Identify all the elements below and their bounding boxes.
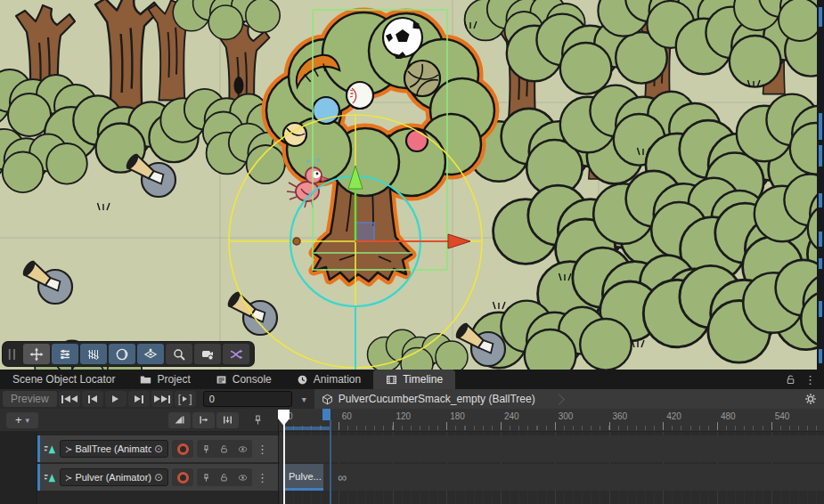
- animator-icon: ≻: [65, 444, 72, 454]
- baseball: [347, 82, 373, 109]
- timeline-ruler[interactable]: 0 60 120 180 240 300 360 420 480 540: [279, 409, 824, 432]
- plus-icon: +: [15, 413, 22, 427]
- tab-label: Scene Object Locator: [12, 373, 115, 386]
- track-name: BallTree (Animator): [75, 443, 151, 454]
- toolbar-drag-handle[interactable]: ||: [8, 347, 18, 360]
- clip-mid-icon: [222, 414, 233, 426]
- ruler-label: 480: [721, 411, 736, 421]
- hatch-icon: [86, 347, 101, 362]
- tab-project[interactable]: Project: [127, 370, 202, 389]
- cube-icon: [322, 394, 333, 405]
- timeline-toolbar: + ▾: [0, 409, 279, 432]
- timeline-breadcrumb[interactable]: PulverCucumberSmack_empty (BallTree): [314, 389, 824, 409]
- layers-tool-button[interactable]: [137, 344, 164, 364]
- pin-icon[interactable]: [201, 473, 211, 483]
- track-lane-balltree[interactable]: [279, 435, 824, 462]
- curves-view-button[interactable]: [168, 412, 191, 428]
- pin-icon[interactable]: [201, 444, 211, 454]
- next-frame-button[interactable]: [128, 391, 150, 407]
- track-binding-field[interactable]: ≻ BallTree (Animator) ⊙: [60, 440, 168, 458]
- track-header-balltree[interactable]: ≻ BallTree (Animator) ⊙ ⋮: [37, 435, 278, 462]
- lock-open-icon[interactable]: [219, 473, 229, 483]
- move-tool-button[interactable]: [23, 344, 50, 364]
- animation-clip[interactable]: Pulve...: [284, 464, 323, 491]
- panel-tab-bar: Scene Object Locator Project Console Ani…: [0, 370, 824, 389]
- hatch-tool-button[interactable]: [80, 344, 107, 364]
- clip-edit-mix-button[interactable]: [192, 412, 215, 428]
- frame-number-field[interactable]: [203, 391, 292, 407]
- track-menu-icon[interactable]: ⋮: [257, 472, 268, 484]
- record-button[interactable]: [172, 468, 193, 486]
- pivot-dot[interactable]: [293, 238, 300, 245]
- markers-toggle-button[interactable]: [248, 412, 267, 428]
- folder-icon: [140, 374, 151, 386]
- track-header-column: ≻ BallTree (Animator) ⊙ ⋮ ≻ Pulver (Anim…: [0, 432, 279, 504]
- eye-icon[interactable]: [238, 444, 248, 454]
- ruler-label: 420: [666, 411, 681, 421]
- shuffle-tool-button[interactable]: [223, 344, 249, 364]
- object-picker-icon[interactable]: ⊙: [154, 443, 163, 454]
- animation-track-icon: [43, 471, 56, 484]
- play-range-button[interactable]: []: [175, 391, 196, 407]
- preview-button[interactable]: Preview: [3, 391, 57, 407]
- film-icon: [386, 374, 397, 386]
- breadcrumb-label: PulverCucumberSmack_empty (BallTree): [339, 393, 535, 405]
- gear-icon: [804, 393, 817, 405]
- track-menu-icon[interactable]: ⋮: [257, 443, 268, 455]
- transport-dropdown-icon[interactable]: ▾: [302, 394, 306, 404]
- caret-down-icon: ▾: [26, 416, 30, 425]
- layers-icon: [143, 347, 158, 362]
- track-lane-pulver[interactable]: Pulve... ∞: [279, 464, 824, 491]
- plane-handle[interactable]: [355, 223, 374, 241]
- clip-loop-infinity: ∞: [338, 464, 347, 491]
- timeline-transport-bar: Preview [] ▾ PulverCucumberSmack_empty (…: [0, 389, 824, 409]
- move-icon: [29, 347, 44, 362]
- sphere-tool-button[interactable]: [109, 344, 135, 364]
- tab-animation[interactable]: Animation: [284, 370, 373, 389]
- search-tool-button[interactable]: [166, 344, 192, 364]
- soccer-ball: [383, 18, 422, 59]
- object-picker-icon[interactable]: ⊙: [154, 472, 163, 483]
- record-button[interactable]: [172, 440, 193, 458]
- track-header-pulver[interactable]: ≻ Pulver (Animator) ⊙ ⋮: [37, 464, 278, 491]
- timeline-clips-area[interactable]: Pulve... ∞: [279, 432, 824, 504]
- ruler-label: 240: [504, 411, 519, 421]
- track-controls: [197, 468, 252, 486]
- go-to-end-button[interactable]: [151, 391, 173, 407]
- shuffle-icon: [229, 347, 243, 362]
- go-to-start-button[interactable]: [59, 391, 80, 407]
- lock-open-icon[interactable]: [219, 444, 229, 454]
- pin-icon: [252, 414, 264, 426]
- previous-frame-button[interactable]: [82, 391, 103, 407]
- eye-icon[interactable]: [238, 473, 248, 483]
- tab-timeline[interactable]: Timeline: [373, 370, 455, 389]
- tab-console[interactable]: Console: [203, 370, 284, 389]
- timeline-settings-button[interactable]: [804, 393, 817, 405]
- timeline-tracks-area: Pulve... ∞ ≻ BallTree (Animator) ⊙ ⋮ ≻: [0, 432, 824, 504]
- camera-tool-button[interactable]: [194, 344, 221, 364]
- scene-view[interactable]: ||: [0, 0, 824, 370]
- timeline-end-line: [330, 420, 331, 504]
- scene-canvas: [0, 0, 824, 370]
- record-icon: [177, 472, 189, 484]
- record-icon: [177, 443, 189, 455]
- preview-label: Preview: [11, 393, 49, 405]
- track-binding-field[interactable]: ≻ Pulver (Animator) ⊙: [60, 468, 168, 486]
- play-button[interactable]: [105, 391, 126, 407]
- clock-icon: [297, 374, 308, 386]
- lock-open-icon[interactable]: [785, 374, 796, 386]
- tab-label: Animation: [314, 373, 361, 386]
- ruler-label: 120: [396, 411, 412, 421]
- tab-scene-object-locator[interactable]: Scene Object Locator: [0, 370, 127, 389]
- scene-marker-strip[interactable]: [817, 0, 824, 370]
- ruler-label: 180: [450, 411, 465, 421]
- clip-edit-replace-button[interactable]: [216, 412, 239, 428]
- timeline-end-marker[interactable]: [322, 409, 330, 420]
- tree-hole: [234, 77, 244, 94]
- volleyball: [404, 61, 440, 96]
- add-track-button[interactable]: + ▾: [6, 412, 38, 428]
- panel-menu-icon[interactable]: ⋮: [804, 374, 816, 386]
- mixer-tool-button[interactable]: [52, 344, 78, 364]
- console-icon: [216, 374, 227, 386]
- track-name: Pulver (Animator): [75, 472, 151, 483]
